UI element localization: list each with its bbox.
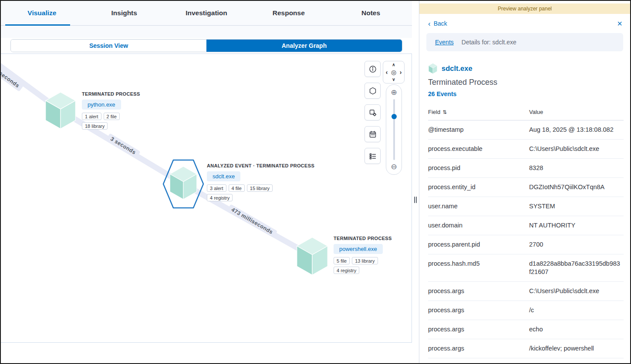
schema-button[interactable] xyxy=(364,83,381,99)
process-cube-icon[interactable] xyxy=(295,237,330,276)
value-cell: SYSTEM xyxy=(529,197,624,216)
sort-icon[interactable]: ⇅ xyxy=(442,109,447,115)
zoom-in-button[interactable]: ⊕ xyxy=(391,89,397,96)
value-column-header: Value xyxy=(529,106,624,120)
event-count-badge[interactable]: 4 file xyxy=(229,184,245,192)
preview-banner: Preview analyzer panel xyxy=(419,3,630,14)
tab-events[interactable]: Events xyxy=(435,39,454,46)
table-row: process.parent.pid 2700 xyxy=(428,235,624,254)
tab-investigation[interactable]: Investigation xyxy=(165,1,248,25)
event-count-badge[interactable]: 4 registry xyxy=(207,194,233,201)
node-settings-button[interactable] xyxy=(364,104,381,120)
tab-visualize[interactable]: Visualize xyxy=(1,1,83,25)
node-name-link[interactable]: sdclt.exe xyxy=(442,64,472,73)
value-cell: C:\Users\Public\sdclt.exe xyxy=(529,282,624,301)
chevron-left-icon: ‹ xyxy=(428,20,431,27)
node-name-button[interactable]: sdclt.exe xyxy=(207,171,240,181)
node-category-label: TERMINATED PROCESS xyxy=(334,236,392,241)
value-cell: d1a8228a8bba76ac33195db983f21607 xyxy=(529,254,624,282)
field-column-header[interactable]: Field⇅ xyxy=(428,106,529,120)
date-picker-button[interactable] xyxy=(364,126,381,142)
fields-table: Field⇅ Value @timestamp Aug 18, 2025 @ 1… xyxy=(428,106,624,358)
node-title-row: sdclt.exe xyxy=(428,63,623,74)
zoom-slider-thumb[interactable] xyxy=(391,114,397,119)
event-count-badge[interactable]: 2 file xyxy=(104,113,120,120)
info-icon xyxy=(369,65,377,73)
event-count-badge[interactable]: 5 file xyxy=(334,257,350,264)
event-count-badge[interactable]: 15 library xyxy=(247,184,273,192)
session-view-button[interactable]: Session View xyxy=(11,40,206,52)
event-count-badge[interactable]: 13 library xyxy=(352,257,378,264)
value-cell: Aug 18, 2025 @ 13:18:08.082 xyxy=(529,120,624,140)
node-settings-icon xyxy=(369,109,377,117)
field-cell: process.parent.pid xyxy=(428,235,529,254)
list-icon xyxy=(369,152,377,160)
value-cell: 2700 xyxy=(529,235,624,254)
table-row: process.args C:\Users\Public\sdclt.exe xyxy=(428,282,624,301)
field-cell: user.name xyxy=(428,197,529,216)
event-count-badge[interactable]: 18 library xyxy=(82,122,108,130)
analyzer-graph-button[interactable]: Analyzer Graph xyxy=(206,40,402,52)
table-row: @timestamp Aug 18, 2025 @ 13:18:08.082 xyxy=(428,120,624,140)
view-toggle: Session View Analyzer Graph xyxy=(10,39,402,52)
tab-response[interactable]: Response xyxy=(247,1,330,25)
node-sdclt: ANALYZED EVENT · TERMINATED PROCESS sdcl… xyxy=(162,157,204,210)
nav-right-button[interactable]: › xyxy=(400,69,402,75)
events-count-link[interactable]: 26 Events xyxy=(428,90,623,97)
info-button[interactable] xyxy=(364,61,381,77)
value-cell: NT AUTHORITY xyxy=(529,216,624,235)
event-count-badge[interactable]: 3 alert xyxy=(207,184,226,192)
analyzer-graph[interactable]: seconds 3 seconds 473 milliseconds TERMI… xyxy=(1,53,412,343)
field-cell: process.args xyxy=(428,320,529,339)
field-cell: process.args xyxy=(428,282,529,301)
drag-handle-icon[interactable] xyxy=(414,197,417,203)
field-cell: process.pid xyxy=(428,159,529,178)
center-camera-button[interactable]: ◎ xyxy=(391,69,396,75)
tab-notes[interactable]: Notes xyxy=(330,1,412,25)
node-category-label: ANALYZED EVENT · TERMINATED PROCESS xyxy=(207,163,314,168)
event-count-badge[interactable]: 1 alert xyxy=(82,113,101,120)
field-cell: @timestamp xyxy=(428,120,529,140)
close-icon[interactable]: × xyxy=(617,19,622,28)
calendar-icon xyxy=(369,130,377,138)
graph-toolbar xyxy=(364,61,381,164)
zoom-out-button[interactable]: ⊖ xyxy=(391,163,397,170)
value-cell: C:\Users\Public\sdclt.exe xyxy=(529,140,624,159)
table-row: process.args /kickoffelev; powershell xyxy=(428,339,624,358)
tab-insights[interactable]: Insights xyxy=(83,1,165,25)
process-cube-icon[interactable] xyxy=(44,91,78,130)
table-row: process.args /c xyxy=(428,301,624,320)
tab-bar-spacer xyxy=(1,26,412,38)
zoom-control: ⊕ ⊖ xyxy=(386,84,402,175)
value-cell: 8328 xyxy=(529,159,624,178)
table-row: process.pid 8328 xyxy=(428,159,624,178)
field-cell: process.hash.md5 xyxy=(428,254,529,282)
tab-bar: Visualize Insights Investigation Respons… xyxy=(1,1,412,26)
value-cell: /kickoffelev; powershell xyxy=(529,339,624,358)
node-type-label: Terminated Process xyxy=(428,78,623,87)
panel-resizer[interactable] xyxy=(412,1,419,363)
process-cube-icon xyxy=(428,63,438,74)
node-legend-button[interactable] xyxy=(364,148,381,164)
value-cell: DGZIotNh57QiilKOxTqn8A xyxy=(529,178,624,197)
table-row: user.domain NT AUTHORITY xyxy=(428,216,624,235)
panel-header-row: ‹ Back × xyxy=(419,14,630,30)
zoom-slider[interactable] xyxy=(393,99,395,160)
value-cell: echo xyxy=(529,320,624,339)
table-row: process.entity_id DGZIotNh57QiilKOxTqn8A xyxy=(428,178,624,197)
nav-left-button[interactable]: ‹ xyxy=(386,69,388,75)
field-cell: user.domain xyxy=(428,216,529,235)
back-button[interactable]: ‹ Back xyxy=(428,20,447,27)
event-count-badge[interactable]: 4 registry xyxy=(334,267,359,274)
table-row: process.executable C:\Users\Public\sdclt… xyxy=(428,140,624,159)
node-name-button[interactable]: powershell.exe xyxy=(334,244,383,254)
nav-up-button[interactable]: ∧ xyxy=(392,63,395,67)
node-name-button[interactable]: python.exe xyxy=(82,100,121,110)
process-cube-icon[interactable] xyxy=(168,166,199,200)
field-cell: process.args xyxy=(428,339,529,358)
nav-down-button[interactable]: ∨ xyxy=(392,77,395,82)
hexagon-icon xyxy=(369,87,377,95)
analyzer-preview-panel: Preview analyzer panel ‹ Back × Events D… xyxy=(419,1,630,363)
value-cell: /c xyxy=(529,301,624,320)
table-row: process.args echo xyxy=(428,320,624,339)
